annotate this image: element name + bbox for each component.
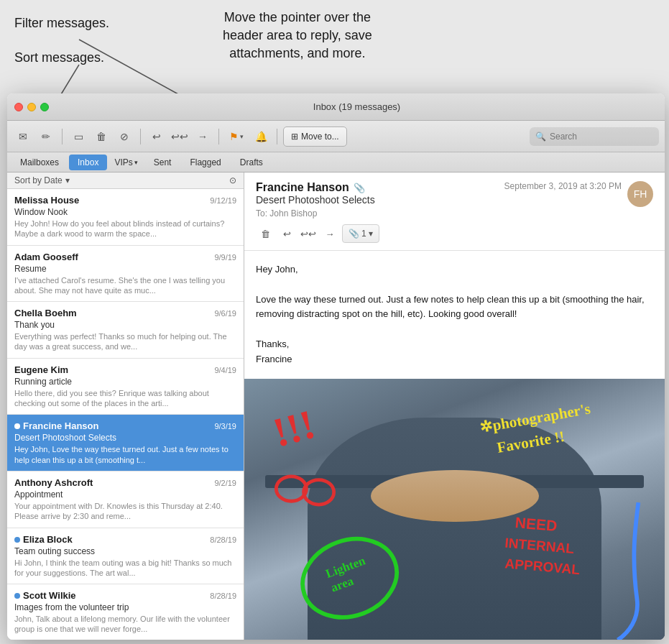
message-item-3[interactable]: Chella Boehm 9/6/19 Thank you Everything…: [7, 302, 244, 359]
msg-preview-5: Hey John, Love the way these turned out.…: [14, 444, 236, 465]
messages-scroll[interactable]: Melissa House 9/12/19 Window Nook Hey Jo…: [7, 189, 244, 640]
detail-trash-button[interactable]: 🗑: [256, 224, 274, 243]
tab-bar: Mailboxes Inbox VIPs ▾ Sent Flagged Draf…: [7, 152, 665, 172]
search-input[interactable]: [550, 132, 653, 142]
msg-header-5: Francine Hanson 9/3/19: [14, 420, 236, 431]
msg-header-1: Melissa House 9/12/19: [14, 195, 236, 206]
msg-preview-4: Hello there, did you see this? Enrique w…: [14, 388, 236, 409]
svg-text:!!!: !!!: [268, 400, 320, 455]
detail-reply-button[interactable]: ↩: [277, 224, 296, 243]
svg-point-5: [304, 479, 334, 504]
msg-date-6: 9/2/19: [214, 479, 236, 487]
message-item-4[interactable]: Eugene Kim 9/4/19 Running article Hello …: [7, 359, 244, 415]
msg-header-3: Chella Boehm 9/6/19: [14, 308, 236, 318]
content-area: Sort by Date ▾ ⊙ Melissa House 9/12/19 W…: [7, 172, 665, 640]
detail-reply-all-button[interactable]: ↩↩: [299, 224, 318, 243]
attachment-clip-icon: 📎: [354, 183, 365, 193]
msg-header-4: Eugene Kim 9/4/19: [14, 364, 236, 375]
window-title: Inbox (19 messages): [56, 101, 658, 112]
message-item-2[interactable]: Adam Gooseff 9/9/19 Resume I've attached…: [7, 246, 244, 303]
compose-button[interactable]: ✏: [36, 126, 56, 147]
svg-text:✲photographer's: ✲photographer's: [479, 400, 592, 436]
toolbar-separator-3: [218, 129, 219, 144]
msg-date-4: 9/4/19: [214, 366, 236, 374]
message-item-6[interactable]: Anthony Ashcroft 9/2/19 Appointment Your…: [7, 472, 244, 528]
unread-dot-8: [14, 593, 20, 599]
msg-preview-8: John, Talk about a lifelong memory. Our …: [14, 614, 236, 635]
svg-text:INTERNAL: INTERNAL: [504, 535, 575, 556]
tab-sent[interactable]: Sent: [145, 155, 180, 170]
msg-header-8: Scott Wilkie 8/28/19: [14, 590, 236, 601]
photo-annotations-svg: !!! Lighten area ✲photographer's Fa: [244, 379, 665, 640]
msg-subject-5: Desert Photoshoot Selects: [14, 433, 236, 443]
sort-bar: Sort by Date ▾ ⊙: [7, 172, 244, 189]
msg-subject-6: Appointment: [14, 489, 236, 500]
fullscreen-button[interactable]: [40, 103, 49, 111]
reply-button[interactable]: ↩: [147, 126, 167, 147]
trash-button[interactable]: 🗑: [91, 126, 111, 147]
msg-detail-body: Hey John, Love the way these turned out.…: [244, 251, 665, 379]
svg-text:NEED: NEED: [515, 514, 558, 534]
junk-button[interactable]: ⊘: [114, 126, 134, 147]
msg-date-2: 9/9/19: [214, 253, 236, 262]
toolbar-separator-2: [140, 129, 141, 144]
sort-label: Sort by Date: [14, 175, 63, 185]
message-item-1[interactable]: Melissa House 9/12/19 Window Nook Hey Jo…: [7, 189, 244, 246]
sort-by-button[interactable]: Sort by Date ▾: [14, 175, 70, 185]
sort-chevron-icon: ▾: [65, 175, 70, 185]
msg-detail-actions: 🗑 ↩ ↩↩ → 📎 1 ▾: [256, 224, 653, 243]
mail-window: Inbox (19 messages) ✉ ✏ ▭ 🗑 ⊘ ↩ ↩↩ → ⚑ ▾…: [7, 93, 665, 640]
message-detail: Francine Hanson 📎 Desert Photoshoot Sele…: [244, 172, 665, 640]
unread-dot-5: [14, 423, 20, 429]
tab-flagged[interactable]: Flagged: [181, 155, 229, 170]
traffic-lights: [14, 103, 49, 111]
detail-attachment-button[interactable]: 📎 1 ▾: [342, 224, 379, 243]
msg-subject-3: Thank you: [14, 320, 236, 330]
search-box[interactable]: 🔍: [530, 127, 659, 146]
tab-drafts[interactable]: Drafts: [231, 155, 272, 170]
msg-sender-2: Adam Gooseff: [14, 252, 78, 262]
msg-date-1: 9/12/19: [210, 196, 236, 205]
minimize-button[interactable]: [27, 103, 36, 111]
toolbar-separator-4: [277, 129, 277, 144]
msg-preview-2: I've attached Carol's resume. She's the …: [14, 275, 236, 296]
body-greeting: Hey John,: [256, 262, 653, 277]
flag-button[interactable]: ⚑ ▾: [225, 126, 248, 147]
msg-detail-meta: September 3, 2019 at 3:20 PM FH: [504, 181, 653, 207]
tab-mailboxes[interactable]: Mailboxes: [11, 155, 68, 170]
reply-all-button[interactable]: ↩↩: [170, 126, 190, 147]
msg-subject-2: Resume: [14, 264, 236, 274]
msg-sender-6: Anthony Ashcroft: [14, 477, 93, 488]
move-to-button[interactable]: ⊞ Move to...: [283, 126, 347, 147]
msg-preview-1: Hey John! How do you feel about blinds i…: [14, 218, 236, 239]
mail-compose-icon[interactable]: ✉: [13, 126, 33, 147]
close-button[interactable]: [14, 103, 23, 111]
msg-detail-to: To: John Bishop: [256, 208, 375, 218]
tab-vips[interactable]: VIPs ▾: [109, 155, 143, 170]
tab-inbox[interactable]: Inbox: [69, 155, 107, 170]
message-item-5[interactable]: Francine Hanson 9/3/19 Desert Photoshoot…: [7, 415, 244, 472]
detail-forward-button[interactable]: →: [320, 224, 339, 243]
msg-header-7: Eliza Block 8/28/19: [14, 534, 236, 545]
msg-detail-from: Francine Hanson: [256, 181, 349, 194]
message-item-8[interactable]: Scott Wilkie 8/28/19 Images from the vol…: [7, 584, 244, 640]
unread-dot-7: [14, 537, 20, 543]
msg-date-3: 9/6/19: [214, 309, 236, 318]
search-icon: 🔍: [535, 132, 546, 142]
photo-area: !!! Lighten area ✲photographer's Fa: [244, 379, 665, 640]
attachment-icon: 📎: [349, 229, 359, 239]
msg-subject-7: Team outing success: [14, 546, 236, 556]
msg-detail-from-row: Francine Hanson 📎 Desert Photoshoot Sele…: [256, 181, 653, 218]
message-item-7[interactable]: Eliza Block 8/28/19 Team outing success …: [7, 528, 244, 585]
archive-button[interactable]: ▭: [68, 126, 88, 147]
msg-date-7: 8/28/19: [210, 535, 236, 544]
msg-header-2: Adam Gooseff 9/9/19: [14, 252, 236, 262]
mute-button[interactable]: 🔔: [251, 126, 271, 147]
forward-button[interactable]: →: [193, 126, 213, 147]
annotation-pointer: Move the pointer over theheader area to …: [223, 9, 372, 63]
msg-subject-4: Running article: [14, 377, 236, 387]
msg-detail-subject: Desert Photoshoot Selects: [256, 194, 375, 206]
toolbar: ✉ ✏ ▭ 🗑 ⊘ ↩ ↩↩ → ⚑ ▾ 🔔 ⊞ Move to... 🔍: [7, 121, 665, 152]
title-bar: Inbox (19 messages): [7, 93, 665, 121]
filter-icon[interactable]: ⊙: [229, 175, 236, 185]
